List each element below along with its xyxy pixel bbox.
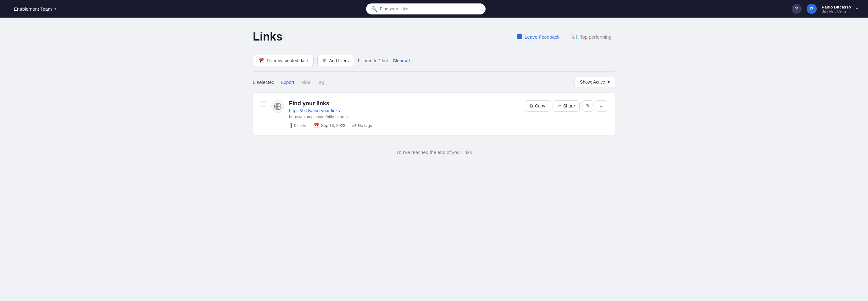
- user-dropdown-icon[interactable]: ▾: [856, 7, 858, 11]
- filter-date-label: Filter by created date: [267, 58, 308, 63]
- filter-by-date-button[interactable]: 📅 Filter by created date: [253, 55, 314, 66]
- tags-meta: 🏷 No tags: [351, 123, 372, 128]
- more-icon: ···: [600, 103, 604, 109]
- link-checkbox[interactable]: [261, 101, 267, 107]
- page-header: Links Leave Feedback 📊 Top performing: [253, 30, 615, 43]
- edit-icon: ✎: [586, 103, 590, 109]
- link-short-url[interactable]: https://bit.ly/find-your-links: [289, 108, 520, 113]
- filters-row: 📅 Filter by created date ⊞ Add filters F…: [253, 49, 615, 71]
- avatar[interactable]: P: [807, 4, 817, 14]
- toolbar-row: 0 selected Export Hide Tag Show: Active …: [253, 72, 615, 92]
- toolbar-left: 0 selected Export Hide Tag: [253, 79, 324, 85]
- copy-button[interactable]: ⧉ Copy: [525, 100, 550, 111]
- share-button[interactable]: ↗ Share: [553, 100, 580, 111]
- topnav-left: Enablement Team ▾: [10, 4, 60, 13]
- top-performing-button[interactable]: 📊 Top performing: [568, 32, 615, 41]
- team-name-label: Enablement Team: [14, 6, 52, 12]
- tag-button[interactable]: Tag: [317, 79, 324, 85]
- link-actions: ⧉ Copy ↗ Share ✎ ···: [525, 100, 607, 111]
- link-long-url: https://example.com/bitly-search: [289, 114, 520, 119]
- leave-feedback-button[interactable]: Leave Feedback: [513, 32, 563, 41]
- feedback-icon: [517, 34, 522, 39]
- clicks-meta: ▐ 0 clicks: [289, 123, 308, 128]
- sliders-icon: ⊞: [323, 58, 327, 64]
- copy-label: Copy: [535, 103, 545, 108]
- link-meta: ▐ 0 clicks 📅 Sep 13, 2023 🏷 No tags: [289, 123, 520, 128]
- share-label: Share: [563, 103, 575, 108]
- edit-button[interactable]: ✎: [582, 100, 593, 111]
- user-info: Pablo Bitcasso Bitly Help Center: [822, 5, 851, 13]
- avatar-initial: P: [810, 6, 813, 11]
- link-title: Find your links: [289, 100, 520, 107]
- selected-count: 0 selected: [253, 79, 274, 85]
- more-button[interactable]: ···: [596, 100, 607, 111]
- help-icon: ?: [795, 6, 798, 12]
- help-button[interactable]: ?: [792, 4, 802, 14]
- search-bar: 🔍: [366, 3, 486, 14]
- team-chevron-icon: ▾: [54, 7, 56, 11]
- end-message: You've reached the end of your links: [253, 139, 615, 165]
- topnav-right: ? P Pablo Bitcasso Bitly Help Center ▾: [792, 4, 858, 14]
- user-name: Pablo Bitcasso: [822, 5, 851, 9]
- search-input[interactable]: [380, 6, 480, 11]
- search-icon: 🔍: [371, 6, 377, 12]
- link-info: Find your links https://bit.ly/find-your…: [289, 100, 520, 128]
- leave-feedback-label: Leave Feedback: [525, 34, 559, 40]
- clear-all-button[interactable]: Clear all: [393, 58, 410, 63]
- clicks-label: 0 clicks: [294, 123, 308, 128]
- user-subtitle: Bitly Help Center: [822, 9, 851, 13]
- page-header-actions: Leave Feedback 📊 Top performing: [513, 32, 615, 41]
- link-card: Find your links https://bit.ly/find-your…: [253, 92, 615, 136]
- calendar-icon: 📅: [258, 58, 264, 64]
- clicks-icon: ▐: [289, 123, 292, 128]
- top-performing-chart-icon: 📊: [572, 34, 578, 39]
- top-performing-label: Top performing: [580, 34, 611, 40]
- add-filters-button[interactable]: ⊞ Add filters: [317, 55, 354, 66]
- export-button[interactable]: Export: [281, 79, 294, 85]
- team-selector-button[interactable]: Enablement Team ▾: [10, 4, 60, 13]
- top-navigation: Enablement Team ▾ 🔍 ? P Pablo Bitcasso B…: [0, 0, 868, 18]
- link-favicon: [271, 100, 284, 113]
- show-dropdown-label: Show: Active: [580, 79, 605, 85]
- main-content: Links Leave Feedback 📊 Top performing 📅 …: [245, 30, 623, 165]
- end-line-right: [477, 152, 502, 153]
- end-line-left: [366, 152, 391, 153]
- show-dropdown-chevron: ▾: [608, 79, 610, 85]
- add-filters-label: Add filters: [329, 58, 349, 63]
- share-icon: ↗: [557, 103, 561, 109]
- tags-label: No tags: [358, 123, 372, 128]
- end-message-text: You've reached the end of your links: [396, 149, 472, 155]
- date-label: Sep 13, 2023: [321, 123, 345, 128]
- globe-icon: [274, 102, 282, 110]
- date-meta: 📅 Sep 13, 2023: [314, 123, 345, 128]
- filter-status: Filtered to 1 link: [358, 58, 389, 63]
- show-active-dropdown[interactable]: Show: Active ▾: [575, 77, 615, 87]
- date-icon: 📅: [314, 123, 319, 128]
- copy-icon: ⧉: [530, 103, 533, 109]
- page-title: Links: [253, 30, 282, 43]
- tag-icon: 🏷: [351, 123, 356, 128]
- hide-button[interactable]: Hide: [301, 79, 310, 85]
